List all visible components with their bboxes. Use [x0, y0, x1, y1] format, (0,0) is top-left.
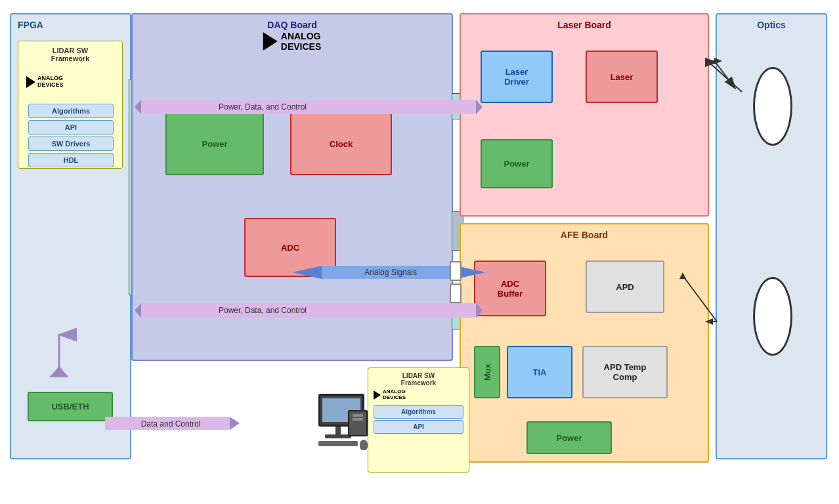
adi-logo-fpga: ANALOG DEVICES [26, 75, 64, 89]
lens-upper [753, 67, 792, 146]
lidar-sw-box: LIDAR SWFramework ANALOG DEVICES Algorit… [18, 41, 123, 169]
base [325, 434, 351, 438]
sw-drivers-item: SW Drivers [28, 136, 114, 151]
afe-label: AFE Board [561, 230, 608, 240]
adc-box: ADC [244, 218, 336, 277]
stand [335, 427, 341, 434]
power-afe-box: Power [527, 421, 612, 454]
daq-label: DAQ Board [267, 20, 316, 30]
drive1 [353, 414, 363, 417]
connector-daqafe-top [450, 261, 462, 281]
connector-daqafe-bottom [450, 284, 462, 303]
computer-sw-box: LIDAR SWFramework ANALOG DEVICES Algorit… [368, 368, 469, 472]
adc-buffer-box: ADC Buffer [474, 261, 546, 316]
optics-label: Optics [757, 20, 786, 30]
adi-text-fpga: ANALOG DEVICES [37, 75, 64, 89]
tower [348, 410, 368, 436]
laser-block: Laser Board Laser Driver Laser Power [460, 13, 709, 217]
laser-label: Laser Board [557, 20, 611, 30]
tia-box: TIA [507, 346, 572, 398]
fpga-label: FPGA [18, 20, 43, 30]
usb-eth-box: USB/ETH [28, 392, 113, 421]
apd-box: APD [586, 261, 664, 313]
arrow-label-data-control: Data and Control [141, 419, 201, 429]
adi-triangle-computer [374, 390, 381, 400]
computer-icon [315, 394, 368, 459]
api-computer: API [374, 420, 463, 434]
diagram-container: FPGA LIDAR SWFramework ANALOG DEVICES Al… [0, 0, 839, 504]
lidar-sw-label: LIDAR SWFramework [18, 47, 122, 62]
computer-sw-label: LIDAR SWFramework [372, 372, 465, 387]
fpga-block: FPGA LIDAR SWFramework ANALOG DEVICES Al… [10, 13, 131, 459]
mux-box: Mux [474, 346, 500, 398]
mouse [360, 440, 368, 450]
laser-box: Laser [586, 51, 658, 103]
afe-block: AFE Board ADC Buffer APD Mux TIA APD Tem… [460, 223, 709, 463]
apd-temp-comp-box: APD Temp Comp [582, 346, 668, 398]
svg-marker-23 [230, 417, 240, 430]
power-daq-box: Power [165, 113, 264, 175]
optics-block: Optics [716, 13, 827, 459]
laser-driver-box: Laser Driver [481, 51, 553, 103]
power-laser-box: Power [481, 139, 553, 188]
adi-logo-daq: ANALOG DEVICES [263, 31, 321, 52]
adi-text-daq: ANALOG DEVICES [281, 31, 321, 52]
adi-logo-computer: ANALOG DEVICES [368, 387, 469, 404]
clock-box: Clock [290, 113, 392, 175]
algorithms-computer: Algorithms [374, 405, 463, 419]
drive2 [353, 418, 363, 421]
adi-triangle-fpga [26, 76, 35, 88]
adi-triangle-daq [263, 32, 278, 51]
algorithms-item: Algorithms [28, 104, 114, 118]
hdl-item: HDL [28, 153, 114, 167]
adi-text-computer: ANALOG DEVICES [383, 389, 406, 401]
api-item: API [28, 120, 114, 135]
keyboard [318, 441, 358, 446]
lens-lower [753, 277, 792, 356]
daq-block: DAQ Board ANALOG DEVICES Power Clock ADC [131, 13, 453, 361]
